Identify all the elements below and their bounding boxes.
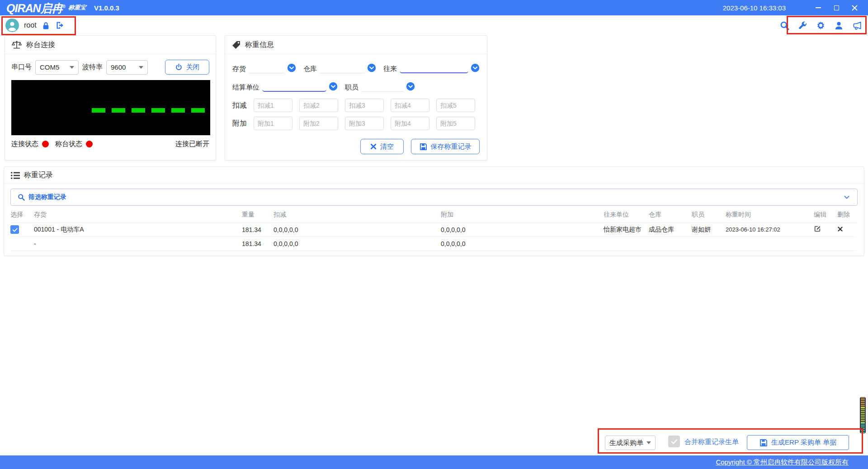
- port-select[interactable]: COM5: [35, 60, 79, 75]
- partner-label: 往来: [383, 65, 397, 73]
- deduct-input-4[interactable]: [391, 99, 429, 112]
- list-icon: [11, 171, 20, 180]
- doc-type-select[interactable]: 生成采购单: [605, 436, 656, 450]
- records-header: 称重记录: [4, 167, 864, 184]
- port-label: 串口号: [11, 63, 32, 71]
- col-delete: 删除: [837, 208, 857, 223]
- megaphone-icon[interactable]: [852, 21, 862, 30]
- product-name: 称重宝: [68, 4, 87, 12]
- logout-icon[interactable]: [55, 21, 65, 30]
- warehouse-dropdown-icon[interactable]: [367, 63, 376, 72]
- close-connection-button[interactable]: 关闭: [165, 60, 209, 75]
- merge-records-label[interactable]: 合并称重记录生单: [684, 438, 739, 446]
- inventory-field[interactable]: [249, 62, 285, 73]
- field-row-1: 存货 仓库 往来: [232, 59, 480, 73]
- cell-extra: 0,0,0,0,0: [441, 223, 604, 237]
- deduct-input-1[interactable]: [254, 99, 292, 112]
- generate-erp-button[interactable]: 生成ERP 采购单 单据: [747, 435, 849, 450]
- scale-status-indicator: [86, 141, 93, 147]
- connection-status-text: 连接已断开: [175, 140, 209, 148]
- settle-unit-dropdown-icon[interactable]: [329, 82, 338, 91]
- app-logo: QIRAN启冉®: [6, 0, 65, 16]
- inventory-dropdown-icon[interactable]: [287, 63, 296, 72]
- copyright-link[interactable]: Copyright © 常州启冉软件有限公司版权所有: [716, 458, 849, 467]
- settle-unit-label: 结算单位: [232, 83, 259, 92]
- col-weight: 重量: [242, 208, 274, 223]
- col-warehouse: 仓库: [649, 208, 692, 223]
- scroll-indicator-stripes: [861, 398, 865, 407]
- col-inventory: 存货: [34, 208, 242, 223]
- row-checkbox[interactable]: [10, 225, 19, 234]
- search-icon[interactable]: [780, 21, 789, 30]
- partner-field[interactable]: [400, 62, 468, 73]
- staff-dropdown-icon[interactable]: [406, 82, 415, 91]
- edit-row-button[interactable]: [814, 225, 821, 232]
- extra-input-4[interactable]: [391, 117, 429, 130]
- staff-field[interactable]: [361, 81, 404, 92]
- chevron-down-icon: [843, 194, 850, 201]
- table-total-row: - 181.34 0,0,0,0,0 0,0,0,0,0: [10, 237, 857, 251]
- weighing-buttons-row: 清空 保存称重记录: [232, 139, 480, 154]
- minimize-button[interactable]: [809, 0, 827, 15]
- scale-status-label: 称台状态: [55, 140, 82, 148]
- delete-row-button[interactable]: [837, 226, 843, 232]
- doc-type-value: 生成采购单: [609, 439, 643, 447]
- port-value: COM5: [40, 63, 59, 71]
- settle-unit-field[interactable]: [262, 81, 326, 92]
- partner-dropdown-icon[interactable]: [471, 63, 480, 72]
- save-weighing-record-button[interactable]: 保存称重记录: [411, 139, 480, 154]
- weighing-panel-title: 称重信息: [245, 40, 274, 50]
- deduct-input-2[interactable]: [299, 99, 338, 112]
- table-row: 001001 - 电动车A 181.34 0,0,0,0,0 0,0,0,0,0…: [10, 223, 857, 237]
- extra-input-5[interactable]: [436, 117, 475, 130]
- wrench-icon[interactable]: [798, 21, 807, 30]
- check-icon: [670, 437, 678, 445]
- weight-display: [11, 80, 210, 135]
- table-header-row: 选择 存货 重量 扣减 附加 往来单位 仓库 职员 称重时间 编辑 删除: [10, 208, 857, 223]
- app-version: V1.0.0.3: [94, 4, 119, 12]
- avatar[interactable]: [5, 19, 19, 32]
- scroll-indicator[interactable]: [860, 397, 866, 433]
- extra-input-1[interactable]: [254, 117, 292, 130]
- scale-panel-title: 称台连接: [26, 40, 55, 50]
- inventory-label: 存货: [232, 65, 246, 73]
- extra-input-2[interactable]: [299, 117, 338, 130]
- extra-row: 附加: [232, 117, 480, 130]
- cell-warehouse: 成品仓库: [649, 223, 692, 237]
- baud-select[interactable]: 9600: [106, 60, 148, 75]
- col-partner: 往来单位: [604, 208, 649, 223]
- clear-button[interactable]: 清空: [360, 139, 404, 154]
- close-icon: [852, 5, 858, 11]
- lock-icon[interactable]: [42, 21, 50, 30]
- cell-staff: 谢如妍: [692, 223, 726, 237]
- filter-records-bar[interactable]: 筛选称重记录: [10, 189, 858, 206]
- system-datetime: 2023-06-10 16:33:03: [723, 4, 786, 12]
- total-weight: 181.34: [242, 237, 274, 251]
- close-window-button[interactable]: [845, 0, 863, 15]
- deduct-input-3[interactable]: [345, 99, 384, 112]
- warehouse-field[interactable]: [320, 62, 365, 73]
- extra-input-3[interactable]: [345, 117, 384, 130]
- dropdown-arrow-icon: [646, 441, 651, 444]
- cell-deduct: 0,0,0,0,0: [274, 223, 441, 237]
- user-bar: root: [0, 15, 868, 35]
- connection-status-indicator: [42, 141, 49, 147]
- maximize-icon: [834, 5, 839, 10]
- maximize-button[interactable]: [827, 0, 845, 15]
- gear-icon[interactable]: [816, 21, 826, 30]
- led-dash: [132, 108, 145, 113]
- scroll-indicator-stripes: [861, 407, 865, 423]
- save-button-label: 保存称重记录: [431, 142, 472, 151]
- user-icon[interactable]: [834, 21, 844, 30]
- merge-records-checkbox[interactable]: [668, 436, 680, 447]
- scale-panel-header: 称台连接: [5, 36, 216, 54]
- col-extra: 附加: [441, 208, 604, 223]
- cell-weight: 181.34: [242, 223, 274, 237]
- deduct-input-5[interactable]: [436, 99, 475, 112]
- total-extra: 0,0,0,0,0: [441, 237, 604, 251]
- weighing-info-panel: 称重信息 存货 仓库 往来 结算单位 职员 扣减: [225, 35, 487, 161]
- clear-x-icon: [370, 143, 377, 150]
- check-icon: [12, 227, 18, 233]
- filter-records-label: 筛选称重记录: [28, 193, 66, 201]
- dropdown-arrow-icon: [139, 66, 143, 69]
